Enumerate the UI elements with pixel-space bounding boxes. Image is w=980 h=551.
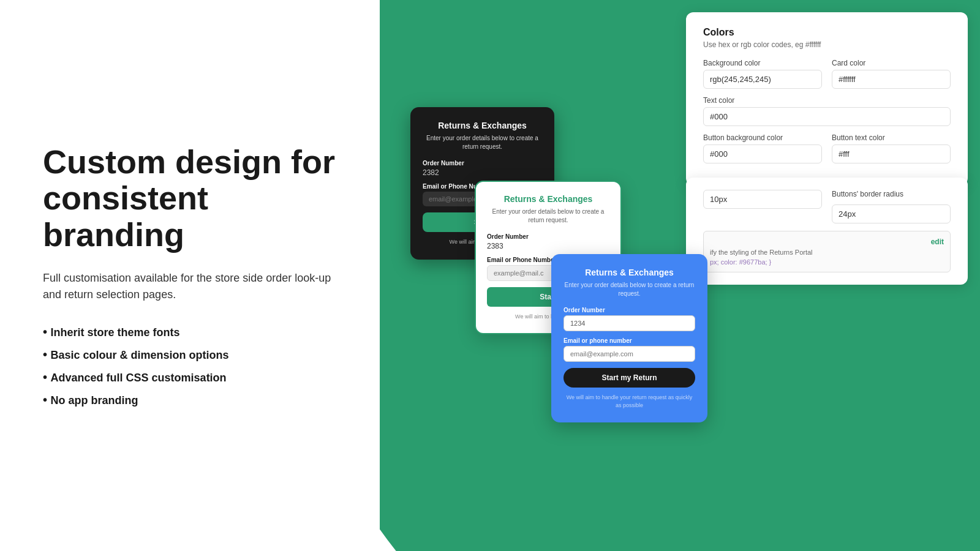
btn-text-input[interactable]	[832, 144, 951, 163]
card-color-input[interactable]	[832, 70, 951, 89]
feature-item-2: Basic colour & dimension options	[43, 348, 343, 362]
main-heading: Custom design for consistent branding	[43, 144, 343, 253]
btn-radius-input[interactable]	[832, 204, 951, 223]
card-color-group: Card color	[832, 59, 951, 89]
feature-item-4: No app branding	[43, 393, 343, 407]
btn-text-label: Button text color	[832, 133, 951, 142]
btn-bg-group: Button background color	[703, 133, 822, 163]
text-color-label: Text color	[703, 96, 951, 105]
btn-radius-label: Buttons' border radius	[832, 190, 951, 198]
feature-list: Inherit store theme fonts Basic colour &…	[43, 325, 343, 407]
card-radius-group	[703, 190, 822, 223]
blue-card-title: Returns & Exchanges	[564, 268, 695, 277]
black-order-label: Order Number	[423, 160, 542, 167]
btn-text-group: Button text color	[832, 133, 951, 163]
white-card-subtitle: Enter your order details below to create…	[487, 208, 609, 225]
blue-email-label: Email or phone number	[564, 337, 695, 344]
black-order-value: 2382	[423, 168, 542, 177]
return-card-blue: Returns & Exchanges Enter your order det…	[551, 254, 707, 422]
css-value: px; color: #9677ba; }	[710, 258, 944, 266]
bg-color-group: Background color	[703, 59, 822, 89]
blue-email-input[interactable]	[564, 346, 695, 362]
blue-start-my-return-button[interactable]: Start my Return	[564, 368, 695, 388]
edit-link[interactable]: edit	[710, 238, 944, 246]
settings-colors-card: Colors Use hex or rgb color codes, eg #f…	[686, 12, 968, 186]
black-card-title: Returns & Exchanges	[423, 121, 542, 130]
feature-item-3: Advanced full CSS customisation	[43, 370, 343, 384]
radius-row: Buttons' border radius	[703, 190, 951, 223]
card-radius-input[interactable]	[703, 190, 822, 209]
bg-color-input[interactable]	[703, 70, 822, 89]
black-card-subtitle: Enter your order details below to create…	[423, 134, 542, 151]
blue-footer: We will aim to handle your return reques…	[564, 394, 695, 409]
text-color-input[interactable]	[703, 107, 951, 126]
sub-text: Full customisation available for the sto…	[43, 270, 343, 303]
card-color-label: Card color	[832, 59, 951, 67]
colors-row-3: Button background color Button text colo…	[703, 133, 951, 163]
text-color-group: Text color	[703, 96, 951, 126]
white-order-label: Order Number	[487, 233, 609, 240]
btn-bg-input[interactable]	[703, 144, 822, 163]
blue-order-input[interactable]	[564, 315, 695, 331]
colors-title: Colors	[703, 27, 951, 38]
blue-card-subtitle: Enter your order details below to create…	[564, 281, 695, 298]
settings-radius-card: Buttons' border radius edit ify the styl…	[686, 178, 968, 285]
feature-item-1: Inherit store theme fonts	[43, 325, 343, 339]
btn-radius-group: Buttons' border radius	[832, 190, 951, 223]
colors-row-2: Text color	[703, 96, 951, 126]
left-panel: Custom design for consistent branding Fu…	[0, 0, 380, 551]
btn-bg-label: Button background color	[703, 133, 822, 142]
css-hint: ify the styling of the Returns Portal	[710, 249, 944, 256]
white-card-title: Returns & Exchanges	[487, 194, 609, 204]
bg-color-label: Background color	[703, 59, 822, 67]
white-order-value: 2383	[487, 242, 609, 250]
blue-order-label: Order Number	[564, 307, 695, 313]
right-panel: Colors Use hex or rgb color codes, eg #f…	[380, 0, 980, 551]
css-edit-area: edit ify the styling of the Returns Port…	[703, 231, 951, 272]
colors-row-1: Background color Card color	[703, 59, 951, 89]
colors-hint: Use hex or rgb color codes, eg #ffffff	[703, 40, 951, 49]
